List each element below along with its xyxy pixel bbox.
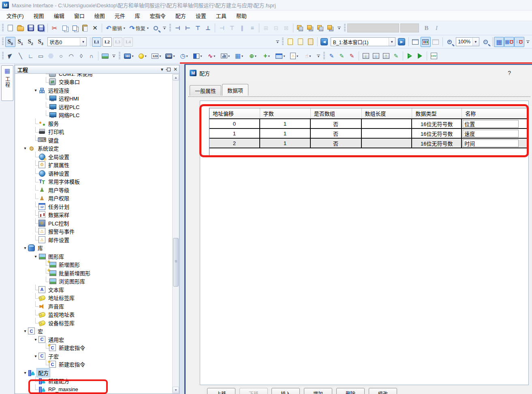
toolbar-grip[interactable] [2,24,4,32]
alarm-list-element-button[interactable]: ⚠▾ [287,51,301,61]
menu-item[interactable]: 窗口 [69,11,90,21]
table-row[interactable]: 11否16位无符号数 [209,129,527,139]
table-cell[interactable]: 1 [209,129,260,138]
expand-arrow-icon[interactable]: ▾ [33,354,38,358]
menu-item[interactable]: 设置 [191,11,211,21]
name-input[interactable] [463,139,519,147]
upload-button[interactable]: ↑ [381,51,391,61]
tree-item[interactable]: 远程HMI [15,94,172,103]
tree-item[interactable]: 监视地址表 [15,310,172,319]
tree-item[interactable]: 批量新增图形 [15,269,172,277]
expand-arrow-icon[interactable]: ▾ [22,329,28,333]
align-left-button[interactable]: ⊣ [173,23,183,33]
tree-item[interactable]: 用户权限 [15,194,172,203]
menu-item[interactable]: 绘图 [90,11,110,21]
tree-item[interactable]: 全局设置 [15,152,172,161]
toolbar-grip[interactable] [344,24,346,32]
dialog-button[interactable]: 增加 [304,388,332,394]
toolbar-overflow-button[interactable]: ▾ [162,27,167,30]
tree-item[interactable]: 新建宏指令 [15,344,172,352]
delete-button[interactable]: ✕ [90,23,100,33]
expand-arrow-icon[interactable]: ▾ [33,254,38,259]
numeric-element-button[interactable]: 123▾ [150,51,163,61]
menu-item[interactable]: 配方 [171,11,191,21]
bit-switch-element-button[interactable]: HH▾ [122,51,136,61]
language-button-L3[interactable]: L3 [113,37,122,47]
tree-item[interactable]: PLC控制 [15,219,172,227]
display-element-button[interactable]: ▾ [273,51,287,61]
dialog-button[interactable]: 修改 [369,388,397,394]
language-button-L4[interactable]: L4 [124,37,133,47]
macro-check-all-button[interactable]: ✎ [337,51,347,61]
close-icon[interactable]: ✕ [173,66,177,72]
tree-item[interactable]: 文本库 [15,285,172,294]
column-header[interactable]: 数组长度 [362,108,412,118]
send-to-back-button[interactable] [305,23,315,33]
dialog-button[interactable]: 上移 [207,388,235,394]
tree-item[interactable]: RP_maxsine [15,385,172,394]
delete-window-button[interactable] [295,37,306,47]
paste-button[interactable] [80,23,90,33]
rectangle-tool-button[interactable]: ▭ [36,51,46,61]
align-right-button[interactable]: ⊢ [183,23,193,33]
name-input[interactable] [463,120,519,128]
search-button[interactable] [151,23,161,33]
align-top-button[interactable]: ⊤ [193,23,203,33]
menu-item[interactable]: 视图 [29,11,49,21]
tree-item[interactable]: 打印机 [15,128,172,136]
tree-item[interactable]: 常用字体模板 [15,178,172,186]
state-select[interactable]: 状态0▼ [47,37,87,46]
tree-item[interactable]: 扩展属性 [15,161,172,169]
panel-menu-icon[interactable]: ▼ [160,67,164,72]
toolbar-grip[interactable] [169,24,171,32]
polyline-tool-button[interactable]: ∟ [26,51,36,61]
tab-一般属性[interactable]: 一般属性 [190,85,221,96]
select-tool-button[interactable]: ◤ [5,51,15,61]
toolbar-grip[interactable] [2,52,4,60]
tree-item[interactable]: 新建配方 [15,377,172,385]
macro-clear-button[interactable]: ✎ [347,51,357,61]
copy-button[interactable] [60,23,70,33]
bar-element-button[interactable]: ▾ [191,51,205,61]
toolbar-overflow-button[interactable]: ▾ [336,27,342,30]
same-size-button[interactable]: ⊠ [281,23,291,33]
undo-button[interactable]: ↶撤销▾ [104,23,127,33]
move-element-button[interactable]: +▾ [260,51,273,61]
new-file-button[interactable] [5,23,15,33]
online-simulation-button[interactable] [415,51,425,61]
pin-icon[interactable] [167,68,171,71]
menu-item[interactable]: 编辑 [49,11,69,21]
toolbar-overflow-button[interactable]: ▾ [111,55,117,58]
save-all-button[interactable] [36,23,46,33]
tree-item[interactable]: 远程PLC [15,103,172,111]
snap-grid-button[interactable]: ▦Ω [504,37,514,47]
table-cell[interactable]: 2 [209,139,260,148]
toolbar-grip[interactable] [2,38,4,46]
window-properties-button[interactable] [306,37,316,47]
zoom-in-button[interactable]: + [444,37,455,47]
dialog-button[interactable]: 下移 [239,388,268,394]
redo-button[interactable]: ↷恢复▾ [127,23,151,33]
trend-curve-element-button[interactable]: ∿▾ [205,51,218,61]
scroll-down-icon[interactable]: ▼ [173,387,179,393]
table-cell[interactable]: 0 [209,119,260,128]
state-button-S1[interactable]: S1 [15,37,26,47]
table-cell[interactable]: 16位无符号数 [412,119,462,128]
expand-arrow-icon[interactable]: ▾ [22,146,28,150]
valve-element-button[interactable]: ⊕▾ [246,51,260,61]
table-empty-row[interactable] [209,148,527,155]
zoom-level-select[interactable]: 100%▼ [456,37,479,46]
state-button-S2[interactable]: S2 [26,37,36,47]
tree-item[interactable]: 地址标签库 [15,294,172,302]
lens-tool-button[interactable]: ◊ [76,51,86,61]
table-element-button[interactable]: ▦▾ [232,51,246,61]
zoom-out-button[interactable]: − [481,37,491,47]
pack-button[interactable]: ✎ [391,51,401,61]
arc-tool-button[interactable]: ◠ [66,51,76,61]
window-plain-view-button[interactable] [410,37,421,47]
tree-item[interactable]: 服务 [15,119,172,128]
show-grid-button[interactable]: ▦ [494,37,504,47]
open-file-button[interactable] [15,23,26,33]
language-button-L2[interactable]: L2 [103,37,112,47]
snap-line-button[interactable]: ⌇Ω [514,37,524,47]
